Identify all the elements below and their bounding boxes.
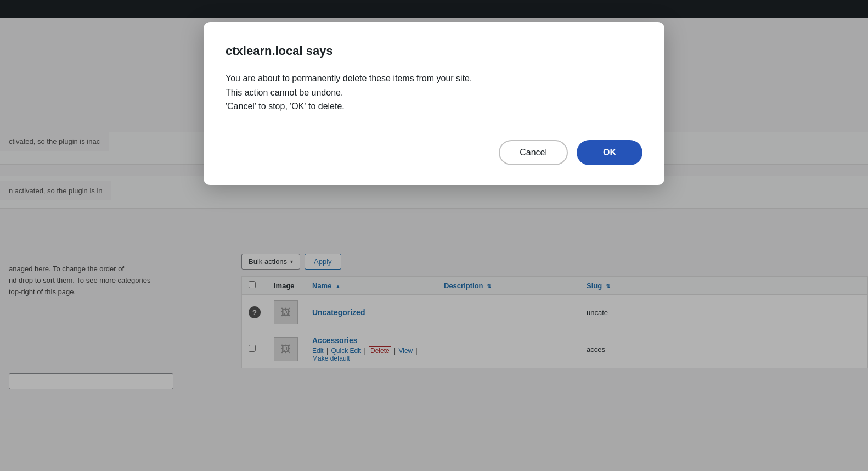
dialog-message: You are about to permanently delete thes… bbox=[226, 71, 642, 114]
modal-overlay: ctxlearn.local says You are about to per… bbox=[0, 0, 868, 471]
cancel-button[interactable]: Cancel bbox=[499, 140, 568, 165]
confirm-dialog: ctxlearn.local says You are about to per… bbox=[204, 22, 664, 185]
dialog-title: ctxlearn.local says bbox=[226, 44, 642, 58]
dialog-buttons: Cancel OK bbox=[226, 140, 642, 165]
ok-button[interactable]: OK bbox=[577, 140, 642, 165]
